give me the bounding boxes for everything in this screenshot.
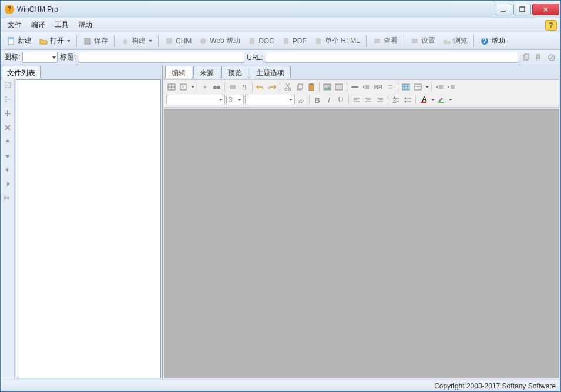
delete-icon[interactable] [3,123,12,132]
file-tree[interactable] [16,79,161,378]
new-button[interactable]: 新建 [4,35,34,47]
left-panel: 文件列表 [1,65,163,380]
edit-box-icon[interactable] [178,82,189,92]
br-icon[interactable]: BR [373,82,384,92]
outdent-block-icon[interactable] [434,82,445,92]
chm-button[interactable]: CHM [162,35,194,47]
redo-icon[interactable] [267,82,277,92]
pilcrow-icon[interactable]: ¶ [239,82,250,92]
folder-open-icon [39,36,48,46]
bold-icon[interactable]: B [312,95,323,105]
move-down-icon[interactable] [3,151,12,160]
dropdown-icon [67,40,70,42]
property-bar: 图标: 标题: URL: [1,50,560,65]
outdent-icon[interactable] [3,165,12,175]
svg-rect-13 [412,39,418,43]
help-book-icon[interactable]: ? [545,20,557,31]
align-left-icon[interactable] [351,95,362,105]
image-icon[interactable] [322,82,332,92]
indent-icon[interactable] [3,179,12,189]
add-icon[interactable] [3,109,12,118]
title-bar: ? WinCHM Pro [1,1,560,18]
align-center-icon[interactable] [363,95,374,105]
cut-icon[interactable] [283,82,293,92]
icon-combo[interactable] [22,52,58,63]
copy-icon[interactable] [520,52,531,63]
close-button[interactable] [532,4,559,15]
editor-canvas[interactable] [164,109,559,378]
browse-button[interactable]: 浏览 [440,35,470,47]
tab-source[interactable]: 来源 [193,66,220,78]
pdf-button[interactable]: PDF [279,35,309,47]
block-icon[interactable] [546,52,557,63]
undo-icon[interactable] [255,82,266,92]
table-props-icon[interactable] [412,82,423,92]
right-panel: 编辑 来源 预览 主题选项 ¶ [163,65,560,380]
minimize-button[interactable] [495,4,512,15]
copy-icon[interactable] [294,82,305,92]
indent-block-icon[interactable] [446,82,456,92]
svg-rect-76 [421,102,426,103]
menu-file[interactable]: 文件 [4,19,25,31]
lightning-icon[interactable] [200,82,210,92]
font-family-combo[interactable] [166,95,225,105]
eraser-icon[interactable] [296,95,307,105]
view-button[interactable]: 查看 [370,35,400,47]
singlehtml-button[interactable]: 单个 HTML [311,35,362,47]
italic-icon[interactable]: I [324,95,334,105]
svg-text:?: ? [482,37,486,45]
chm-icon [164,36,174,46]
tab-edit[interactable]: 编辑 [165,66,192,78]
menu-edit[interactable]: 编译 [28,19,49,31]
unordered-list-icon[interactable] [402,95,413,105]
globe-icon [199,36,208,46]
ordered-list-icon[interactable]: 12 [391,95,401,105]
copyright-icon[interactable]: © [385,82,395,92]
binoculars-icon[interactable] [211,82,222,92]
settings-button[interactable]: 设置 [408,35,438,47]
maximize-button[interactable] [513,4,531,15]
indent-lines-icon[interactable] [361,82,372,92]
paste-icon[interactable] [306,82,317,92]
table-icon[interactable] [166,82,177,92]
menu-tools[interactable]: 工具 [51,19,72,31]
open-button[interactable]: 打开 [36,35,73,47]
svg-point-33 [285,88,287,91]
help-icon: ? [480,36,489,46]
build-button[interactable]: 构建 [118,35,154,47]
help-button[interactable]: ? 帮助 [478,35,508,47]
hr-icon[interactable] [350,82,360,92]
style-combo[interactable] [245,95,295,105]
webhelp-label: Web 帮助 [210,36,240,46]
url-input[interactable] [266,52,518,63]
tab-file-list[interactable]: 文件列表 [2,66,41,78]
doc-button[interactable]: DOC [245,35,277,47]
insert-table-icon[interactable] [401,82,411,92]
highlight-icon[interactable] [436,95,446,105]
pdf-icon [281,36,291,46]
underline-icon[interactable]: U [335,95,346,105]
align-block-icon[interactable] [227,82,238,92]
font-color-icon[interactable]: A [418,95,429,105]
align-right-icon[interactable] [375,95,385,105]
save-button[interactable]: 保存 [80,35,110,47]
tab-theme[interactable]: 主题选项 [250,66,291,78]
tree-collapse-icon[interactable] [3,95,12,104]
flag-icon[interactable] [533,52,544,63]
svg-point-72 [405,101,407,103]
doc-label: DOC [258,37,274,45]
goto-icon[interactable] [3,193,12,203]
tab-preview[interactable]: 预览 [221,66,248,78]
svg-point-29 [217,86,220,89]
svg-rect-1 [520,7,525,12]
font-size-combo[interactable]: 3 [226,95,244,105]
move-up-icon[interactable] [3,137,12,146]
tree-expand-icon[interactable] [3,81,12,90]
flash-icon[interactable] [334,82,344,92]
dropdown-icon [149,40,152,42]
title-input[interactable] [79,52,245,63]
html-icon [314,36,323,46]
menu-help[interactable]: 帮助 [75,19,96,31]
main-toolbar: 新建 打开 保存 构建 CHM Web 帮助 DOC PDF 单个 HTML 查… [1,32,560,50]
webhelp-button[interactable]: Web 帮助 [196,35,243,47]
